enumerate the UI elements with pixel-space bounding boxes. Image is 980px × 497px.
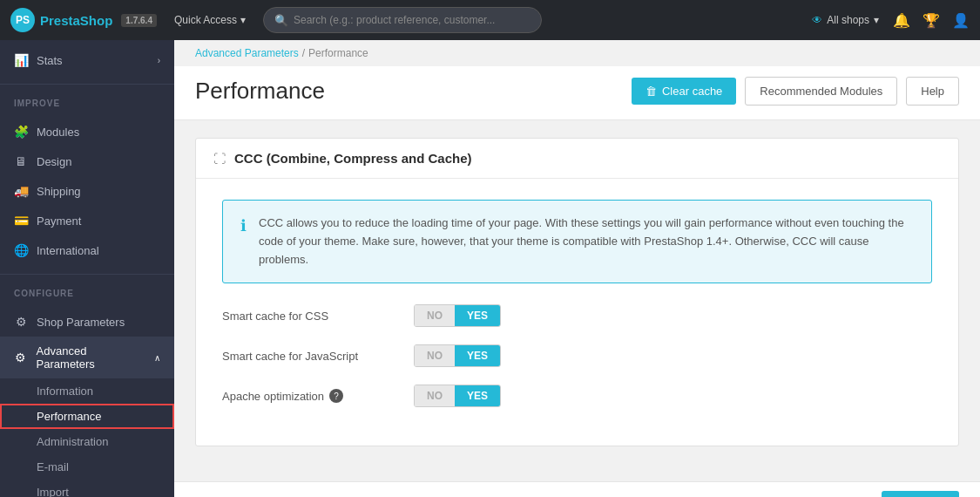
shipping-icon: 🚚 — [14, 184, 28, 198]
toggle-no-css[interactable]: NO — [415, 305, 455, 326]
configure-label: CONFIGURE — [0, 278, 174, 302]
improve-label: IMPROVE — [0, 88, 174, 112]
quick-access-btn[interactable]: Quick Access ▾ — [167, 10, 253, 30]
advanced-params-icon: ⚙ — [14, 351, 28, 364]
breadcrumb-parent[interactable]: Advanced Parameters — [195, 47, 299, 59]
chevron-down-icon: ▾ — [874, 14, 879, 26]
user-icon[interactable]: 👤 — [952, 12, 970, 29]
modules-icon: 🧩 — [14, 125, 28, 139]
toggle-row-apache: Apache optimization ? NO YES — [222, 385, 932, 407]
page-title: Performance — [195, 78, 623, 105]
trash-icon: 🗑 — [645, 85, 657, 98]
toggle-label-css: Smart cache for CSS — [222, 310, 414, 323]
sidebar-sub-email[interactable]: E-mail — [0, 454, 174, 480]
search-bar[interactable]: 🔍 — [263, 7, 542, 33]
topbar-right: 👁 All shops ▾ 🔔 🏆 👤 — [812, 12, 970, 29]
toggle-switch-css[interactable]: NO YES — [414, 304, 501, 327]
clear-cache-button[interactable]: 🗑 Clear cache — [632, 78, 736, 105]
search-icon: 🔍 — [274, 14, 288, 27]
save-button[interactable]: Save — [882, 491, 959, 497]
topbar-icons: 🔔 🏆 👤 — [893, 12, 970, 29]
toggle-label-js: Smart cache for JavaScript — [222, 350, 414, 363]
toggle-no-apache[interactable]: NO — [415, 385, 455, 406]
breadcrumb-current: Performance — [308, 47, 368, 59]
logo-text: PrestaShop — [40, 13, 112, 28]
sidebar-item-shipping[interactable]: 🚚 Shipping — [0, 176, 174, 206]
international-icon: 🌐 — [14, 243, 28, 257]
shop-params-icon: ⚙ — [14, 315, 28, 329]
sidebar-item-design[interactable]: 🖥 Design — [0, 146, 174, 176]
advanced-params-submenu: Information Performance Administration E… — [0, 378, 174, 497]
ccc-info-box: ℹ CCC allows you to reduce the loading t… — [222, 200, 932, 283]
sidebar-sub-information[interactable]: Information — [0, 378, 174, 404]
ccc-card-title: CCC (Combine, Compress and Cache) — [234, 151, 472, 166]
expand-icon[interactable]: ⛶ — [213, 152, 226, 166]
ccc-card: ⛶ CCC (Combine, Compress and Cache) ℹ CC… — [195, 138, 959, 446]
ccc-info-text: CCC allows you to reduce the loading tim… — [259, 214, 914, 269]
sidebar-section-top: 📊 Stats › — [0, 40, 174, 80]
breadcrumb: Advanced Parameters / Performance — [174, 40, 980, 66]
toggle-row-js: Smart cache for JavaScript NO YES — [222, 344, 932, 367]
toggle-label-apache: Apache optimization ? — [222, 389, 414, 403]
logo-icon: PS — [10, 8, 35, 32]
sidebar-item-modules[interactable]: 🧩 Modules — [0, 117, 174, 146]
version-badge: 1.7.6.4 — [121, 14, 157, 27]
sidebar-item-stats[interactable]: 📊 Stats › — [0, 45, 174, 75]
sidebar-sub-performance[interactable]: Performance — [0, 404, 174, 429]
apache-help-badge[interactable]: ? — [329, 389, 343, 403]
bell-icon[interactable]: 🔔 — [893, 12, 910, 29]
trophy-icon[interactable]: 🏆 — [923, 12, 940, 29]
chevron-up-icon: ∧ — [154, 353, 160, 363]
topbar: PS PrestaShop 1.7.6.4 Quick Access ▾ 🔍 👁… — [0, 0, 980, 40]
sidebar: 📊 Stats › IMPROVE 🧩 Modules 🖥 Design 🚚 S… — [0, 40, 174, 497]
help-button[interactable]: Help — [906, 77, 959, 106]
breadcrumb-separator: / — [302, 47, 305, 59]
toggle-switch-apache[interactable]: NO YES — [414, 385, 501, 407]
ccc-card-body: ℹ CCC allows you to reduce the loading t… — [196, 179, 958, 446]
content-area: Advanced Parameters / Performance Perfor… — [174, 40, 980, 497]
main-layout: 📊 Stats › IMPROVE 🧩 Modules 🖥 Design 🚚 S… — [0, 40, 980, 497]
toggle-yes-css[interactable]: YES — [455, 305, 500, 326]
sidebar-item-advanced-parameters[interactable]: ⚙ Advanced Parameters ∧ — [0, 337, 174, 378]
eye-icon: 👁 — [812, 14, 822, 26]
save-bar: Save — [174, 481, 980, 497]
payment-icon: 💳 — [14, 214, 28, 228]
toggle-row-css: Smart cache for CSS NO YES — [222, 304, 932, 327]
info-icon: ℹ — [240, 216, 247, 235]
sidebar-improve-items: 🧩 Modules 🖥 Design 🚚 Shipping 💳 Payment … — [0, 112, 174, 270]
all-shops-selector[interactable]: 👁 All shops ▾ — [812, 14, 879, 26]
sidebar-sub-administration[interactable]: Administration — [0, 429, 174, 454]
ccc-card-header: ⛶ CCC (Combine, Compress and Cache) — [196, 139, 958, 179]
stats-icon: 📊 — [14, 53, 28, 67]
toggle-switch-js[interactable]: NO YES — [414, 344, 501, 367]
page-header: Performance 🗑 Clear cache Recommended Mo… — [174, 66, 980, 120]
sidebar-item-payment[interactable]: 💳 Payment — [0, 206, 174, 235]
toggle-yes-js[interactable]: YES — [455, 345, 500, 366]
sidebar-sub-import[interactable]: Import — [0, 480, 174, 497]
recommended-modules-button[interactable]: Recommended Modules — [745, 77, 897, 106]
toggle-no-js[interactable]: NO — [415, 345, 455, 366]
chevron-right-icon: › — [158, 56, 160, 65]
design-icon: 🖥 — [14, 154, 28, 168]
content-body: ⛶ CCC (Combine, Compress and Cache) ℹ CC… — [174, 120, 980, 481]
logo-area: PS PrestaShop 1.7.6.4 — [10, 8, 157, 32]
search-input[interactable] — [294, 14, 531, 26]
toggle-yes-apache[interactable]: YES — [455, 385, 500, 406]
chevron-down-icon: ▾ — [240, 14, 246, 26]
sidebar-item-international[interactable]: 🌐 International — [0, 235, 174, 265]
sidebar-configure-items: ⚙ Shop Parameters ⚙ Advanced Parameters … — [0, 302, 174, 497]
sidebar-item-shop-parameters[interactable]: ⚙ Shop Parameters — [0, 307, 174, 337]
